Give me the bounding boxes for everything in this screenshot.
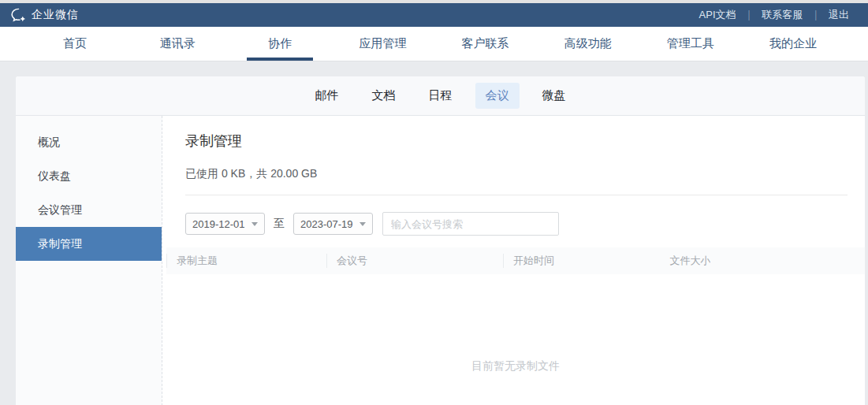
separator: ｜ (744, 8, 754, 22)
brand[interactable]: 企业微信 (11, 8, 79, 23)
sidebar-item-meeting-management[interactable]: 会议管理 (16, 193, 162, 227)
range-separator: 至 (274, 217, 285, 231)
table-header: 录制主题会议号开始时间文件大小 (166, 247, 865, 274)
date-from-select[interactable]: 2019-12-01 (185, 213, 265, 235)
page-background: 邮件文档日程会议微盘 概况仪表盘会议管理录制管理 录制管理 已使用 0 KB，共… (0, 61, 868, 405)
subnav-tab-meeting[interactable]: 会议 (475, 83, 520, 109)
card-body: 概况仪表盘会议管理录制管理 录制管理 已使用 0 KB，共 20.00 GB 2… (16, 116, 865, 405)
sidebar-item-dashboard[interactable]: 仪表盘 (16, 159, 162, 193)
column-header: 文件大小 (660, 254, 710, 268)
nav-item-advanced-features[interactable]: 高级功能 (537, 27, 639, 61)
topbar: 企业微信 API文档｜联系客服｜退出 (0, 3, 868, 27)
main-nav: 首页通讯录协作应用管理客户联系高级功能管理工具我的企业 (0, 27, 868, 61)
date-from-value: 2019-12-01 (192, 218, 245, 230)
subnav-tab-mail[interactable]: 邮件 (305, 83, 349, 109)
subnav-tab-drive[interactable]: 微盘 (532, 83, 576, 109)
filter-row: 2019-12-01 至 2023-07-19 (185, 212, 848, 236)
nav-item-collaboration[interactable]: 协作 (229, 27, 331, 61)
column-header: 录制主题 (166, 254, 326, 268)
sidebar-item-recording-management[interactable]: 录制管理 (16, 227, 162, 261)
sidebar: 概况仪表盘会议管理录制管理 (16, 116, 162, 405)
subnav-tab-docs[interactable]: 文档 (362, 83, 406, 109)
nav-item-app-management[interactable]: 应用管理 (331, 27, 434, 61)
topbar-link-api-docs[interactable]: API文档 (691, 8, 744, 22)
caret-down-icon (251, 222, 258, 226)
storage-usage: 已使用 0 KB，共 20.00 GB (185, 167, 848, 181)
divider (185, 195, 848, 195)
column-header: 会议号 (326, 254, 503, 268)
date-to-value: 2023-07-19 (300, 218, 353, 230)
nav-item-my-company[interactable]: 我的企业 (742, 27, 844, 61)
brand-name: 企业微信 (32, 8, 79, 22)
topbar-links: API文档｜联系客服｜退出 (691, 8, 857, 22)
sidebar-item-overview[interactable]: 概况 (16, 125, 162, 159)
nav-item-contacts[interactable]: 通讯录 (126, 27, 229, 61)
subnav-tabs: 邮件文档日程会议微盘 (16, 76, 865, 116)
caret-down-icon (359, 222, 366, 226)
main-content: 录制管理 已使用 0 KB，共 20.00 GB 2019-12-01 至 20… (162, 116, 865, 405)
subnav-tab-calendar[interactable]: 日程 (419, 83, 463, 109)
column-header: 开始时间 (503, 254, 660, 268)
topbar-link-logout[interactable]: 退出 (821, 8, 857, 22)
nav-item-admin-tools[interactable]: 管理工具 (639, 27, 742, 61)
date-to-select[interactable]: 2023-07-19 (293, 213, 373, 235)
wework-logo-icon (11, 8, 27, 23)
nav-item-home[interactable]: 首页 (24, 27, 126, 61)
nav-item-customer-contact[interactable]: 客户联系 (434, 27, 537, 61)
page-title: 录制管理 (185, 132, 848, 150)
content-card: 邮件文档日程会议微盘 概况仪表盘会议管理录制管理 录制管理 已使用 0 KB，共… (16, 76, 865, 405)
empty-state: 目前暂无录制文件 (166, 359, 865, 373)
separator: ｜ (810, 8, 821, 22)
meeting-search-input[interactable] (382, 212, 559, 236)
topbar-link-contact-support[interactable]: 联系客服 (754, 8, 810, 22)
